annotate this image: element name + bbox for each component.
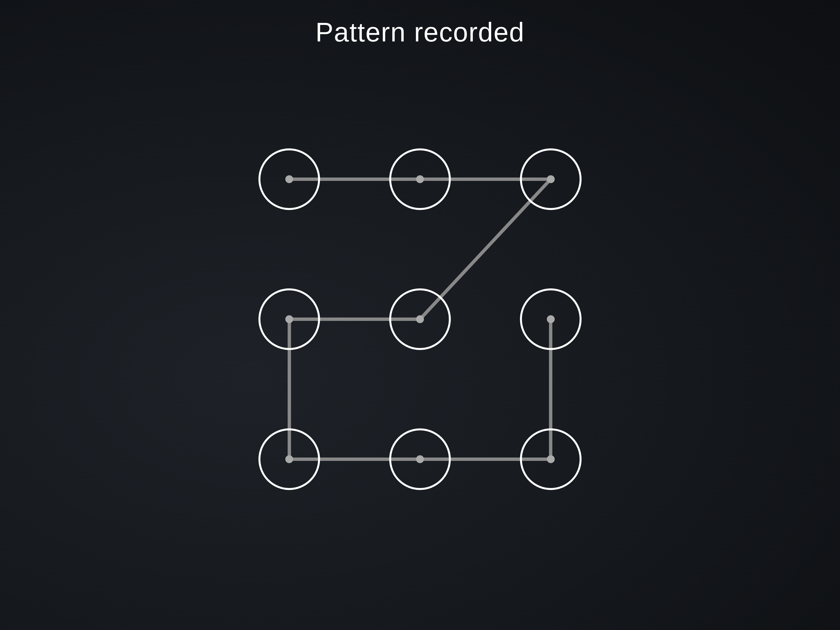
pattern-node-7[interactable] [389, 428, 451, 490]
dot-cell-4[interactable] [355, 249, 486, 389]
pattern-node-dot-6 [285, 455, 293, 463]
pattern-node-1[interactable] [389, 148, 451, 210]
dot-cell-8[interactable] [485, 389, 616, 529]
pattern-node-2[interactable] [520, 148, 581, 210]
pattern-node-dot-8 [547, 455, 555, 463]
pattern-node-0[interactable] [259, 148, 320, 210]
dot-cell-2[interactable] [485, 109, 616, 249]
pattern-node-dot-0 [285, 175, 293, 183]
page-title: Pattern recorded [315, 17, 524, 47]
dot-grid [224, 109, 616, 529]
dot-cell-0[interactable] [224, 109, 355, 249]
pattern-node-8[interactable] [520, 428, 581, 490]
pattern-node-5[interactable] [520, 288, 581, 350]
dot-cell-6[interactable] [224, 389, 355, 529]
dot-cell-1[interactable] [355, 109, 486, 249]
pattern-node-4[interactable] [389, 288, 451, 350]
dot-cell-7[interactable] [355, 389, 486, 529]
pattern-node-dot-5 [547, 315, 555, 323]
pattern-node-dot-4 [416, 315, 424, 323]
pattern-node-dot-7 [416, 455, 424, 463]
pattern-node-3[interactable] [259, 288, 320, 350]
pattern-node-dot-1 [416, 175, 424, 183]
dot-cell-5[interactable] [485, 249, 616, 389]
dot-cell-3[interactable] [224, 249, 355, 389]
pattern-node-6[interactable] [259, 428, 320, 490]
pattern-node-dot-2 [547, 175, 555, 183]
pattern-lock-area [224, 109, 616, 529]
pattern-node-dot-3 [285, 315, 293, 323]
